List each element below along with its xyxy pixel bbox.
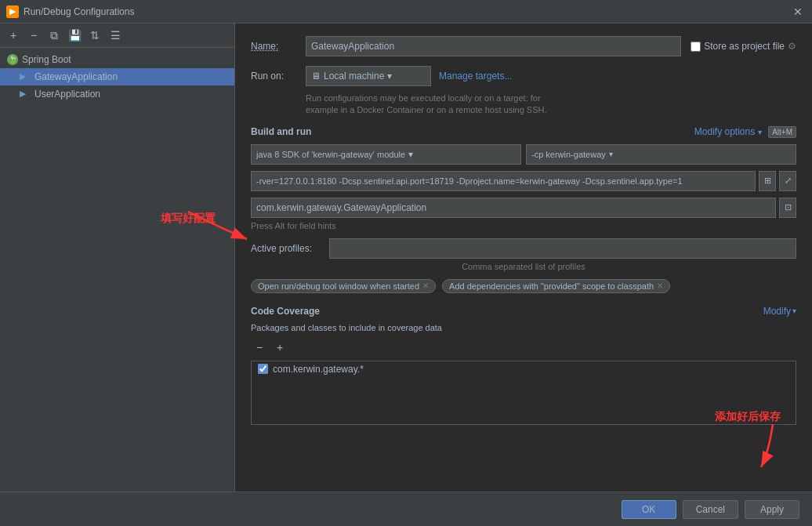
profiles-hint: Comma separated list of profiles — [251, 262, 796, 271]
sdk-cp-row: java 8 SDK of 'kerwin-gateway' module ▾ … — [251, 144, 796, 165]
main-class-row: ⊡ — [251, 198, 796, 218]
manage-targets-link[interactable]: Manage targets... — [439, 71, 512, 82]
vm-fullscreen-button[interactable]: ⤢ — [779, 171, 796, 191]
tree-gateway-app[interactable]: ▶ GatewayApplication — [0, 68, 234, 85]
code-coverage-header: Code Coverage Modify ▾ — [251, 306, 796, 317]
coverage-toolbar: − + — [251, 339, 796, 356]
active-profiles-label: Active profiles: — [251, 243, 329, 254]
modify-options-arrow: ▾ — [758, 128, 762, 136]
tag-open-window: Open run/debug tool window when started … — [251, 279, 436, 293]
coverage-item-label: com.kerwin.gateway.* — [273, 364, 364, 375]
tag-open-window-close[interactable]: ✕ — [422, 281, 429, 290]
store-checkbox-row: Store as project file ⚙ — [691, 41, 796, 52]
vm-options-row: ⊞ ⤢ — [251, 171, 796, 191]
build-run-title: Build and run — [251, 126, 311, 137]
local-machine-icon: 🖥 — [311, 71, 321, 82]
sort-config-button[interactable]: ☰ — [107, 27, 124, 44]
tag-add-deps-close[interactable]: ✕ — [657, 281, 663, 290]
coverage-remove-button[interactable]: − — [251, 339, 268, 356]
gateway-app-label: GatewayApplication — [34, 71, 118, 82]
vm-expand-button[interactable]: ⊞ — [759, 171, 776, 191]
code-coverage-section: Code Coverage Modify ▾ Packages and clas… — [251, 306, 796, 425]
main-class-input[interactable] — [251, 198, 776, 218]
coverage-list: com.kerwin.gateway.* — [251, 361, 796, 425]
add-config-button[interactable]: + — [5, 27, 22, 44]
dropdown-arrow-icon: ▾ — [387, 71, 392, 82]
window-title: Run/Debug Configurations — [24, 6, 790, 17]
spring-boot-icon: 🍃 — [6, 53, 19, 66]
coverage-add-button[interactable]: + — [271, 339, 288, 356]
run-on-value: Local machine — [324, 71, 384, 82]
sdk-dropdown[interactable]: java 8 SDK of 'kerwin-gateway' module ▾ — [251, 144, 521, 165]
build-run-header: Build and run Modify options ▾ Alt+M — [251, 126, 796, 138]
active-profiles-row: Active profiles: — [251, 238, 796, 259]
coverage-modify-link[interactable]: Modify — [763, 306, 791, 317]
move-config-button[interactable]: ⇅ — [86, 27, 103, 44]
store-checkbox[interactable] — [691, 42, 701, 52]
store-label: Store as project file — [704, 41, 785, 52]
tag-add-deps: Add dependencies with "provided" scope t… — [442, 279, 670, 293]
tree-user-app[interactable]: ▶ UserApplication — [0, 85, 234, 103]
coverage-item: com.kerwin.gateway.* — [252, 361, 796, 377]
tree-spring-boot[interactable]: 🍃 Spring Boot — [0, 51, 234, 68]
gateway-app-icon: ▶ — [19, 71, 31, 83]
coverage-modify-arrow: ▾ — [792, 307, 796, 315]
coverage-hint: Packages and classes to include in cover… — [251, 323, 796, 332]
name-label: Name: — [251, 41, 306, 52]
sidebar: + − ⧉ 💾 ⇅ ☰ 🍃 Spring Boot ▶ GatewayAppli… — [0, 24, 235, 526]
tags-row: Open run/debug tool window when started … — [251, 279, 796, 293]
config-tree: 🍃 Spring Boot ▶ GatewayApplication ▶ Use… — [0, 48, 234, 492]
title-bar: ▶ Run/Debug Configurations ✕ — [0, 0, 812, 24]
shortcut-badge: Alt+M — [768, 126, 796, 138]
press-alt-hint: Press Alt for field hints — [251, 221, 796, 230]
main-class-browse-button[interactable]: ⊡ — [779, 198, 796, 218]
run-on-row: Run on: 🖥 Local machine ▾ Manage targets… — [251, 66, 796, 86]
name-input[interactable] — [306, 36, 681, 56]
close-button[interactable]: ✕ — [790, 5, 806, 18]
vm-options-input[interactable] — [251, 171, 756, 191]
name-row: Name: Store as project file ⚙ — [251, 36, 796, 56]
right-panel: Name: Store as project file ⚙ Run on: 🖥 … — [235, 24, 812, 481]
copy-config-button[interactable]: ⧉ — [45, 27, 63, 44]
save-config-button[interactable]: 💾 — [66, 27, 83, 44]
gear-icon[interactable]: ⚙ — [788, 41, 796, 52]
user-app-icon: ▶ — [19, 88, 31, 100]
sdk-value: java 8 SDK of 'kerwin-gateway' module — [256, 150, 405, 159]
tag-add-deps-label: Add dependencies with "provided" scope t… — [449, 281, 654, 291]
app-icon: ▶ — [6, 5, 19, 18]
bottom-bar: OK Cancel Apply — [0, 492, 812, 526]
cp-arrow-icon: ▾ — [609, 150, 613, 158]
remove-config-button[interactable]: − — [25, 27, 42, 44]
apply-button[interactable]: Apply — [745, 500, 799, 519]
sidebar-toolbar: + − ⧉ 💾 ⇅ ☰ — [0, 24, 234, 48]
code-coverage-title: Code Coverage — [251, 306, 320, 317]
cp-dropdown[interactable]: -cp kerwin-gateway ▾ — [526, 144, 796, 165]
tag-open-window-label: Open run/debug tool window when started — [258, 281, 419, 291]
run-on-hint: Run configurations may be executed local… — [306, 93, 796, 117]
sdk-arrow-icon: ▾ — [408, 149, 413, 160]
user-app-label: UserApplication — [34, 89, 100, 100]
ok-button[interactable]: OK — [622, 500, 676, 519]
modify-options-link[interactable]: Modify options — [694, 126, 755, 137]
cp-value: -cp kerwin-gateway — [531, 150, 606, 159]
coverage-item-checkbox[interactable] — [258, 364, 268, 374]
run-on-dropdown[interactable]: 🖥 Local machine ▾ — [306, 66, 431, 86]
cancel-button[interactable]: Cancel — [683, 500, 738, 519]
run-on-label: Run on: — [251, 71, 306, 82]
spring-boot-label: Spring Boot — [22, 54, 71, 65]
active-profiles-input[interactable] — [329, 238, 796, 259]
